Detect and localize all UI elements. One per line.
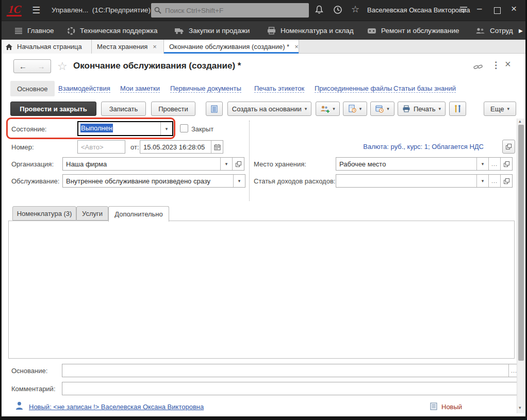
organization-open-button[interactable]	[232, 158, 244, 170]
scrollbar-thumb[interactable]	[518, 125, 524, 361]
service-combobox[interactable]: Внутреннее обслуживание произведено сраз…	[62, 174, 245, 188]
open-in-form-icon	[504, 161, 509, 167]
nav-link-interactions[interactable]: Взаимодействия	[58, 85, 110, 93]
expense-item-open-button[interactable]	[500, 175, 512, 187]
create-based-on-button[interactable]: Создать на основании▾	[227, 102, 311, 116]
assign-performer-button[interactable]: ▾	[316, 102, 340, 116]
calendar-icon[interactable]	[211, 141, 223, 153]
dropdown-arrow-icon[interactable]: ▾	[476, 158, 488, 170]
app-title-suffix: (1С:Предприятие)	[92, 6, 151, 14]
menu-overflow-arrow-icon[interactable]: ▶	[519, 28, 523, 33]
dropdown-arrow-icon[interactable]: ▾	[476, 175, 488, 187]
date-input[interactable]: 15.05.2023 16:28:05	[140, 140, 223, 154]
dropdown-arrow-icon[interactable]: ▾	[233, 175, 245, 187]
storage-open-button[interactable]	[500, 158, 512, 170]
dropdown-arrow-icon[interactable]: ▾	[160, 122, 172, 135]
history-icon[interactable]	[333, 5, 343, 15]
print-button[interactable]: Печать ▾	[398, 102, 446, 116]
menu-item-label: Номенклатура и склад	[281, 27, 354, 35]
nav-link-my-notes[interactable]: Мои заметки	[120, 85, 160, 93]
maximize-button[interactable]	[494, 7, 501, 14]
closed-label: Закрыт	[191, 125, 213, 133]
organization-value[interactable]: Наша фирма	[63, 158, 220, 170]
tab-additional[interactable]: Дополнительно	[108, 206, 169, 222]
menu-item-repair-service[interactable]: Ремонт и обслуживание	[367, 21, 459, 40]
people-icon	[475, 27, 485, 35]
form-close-icon[interactable]: ×	[505, 58, 511, 70]
nav-link-primary-documents[interactable]: Первичные документы	[170, 85, 241, 93]
dropdown-arrow-icon[interactable]: ▾	[220, 158, 232, 170]
document-status-link[interactable]: Новый: <не записан !> Васелевская Оксана…	[29, 403, 204, 411]
connection-quality-icon[interactable]	[459, 6, 468, 14]
scroll-down-icon[interactable]: ▾	[519, 405, 521, 410]
menu-item-tech-support[interactable]: Техническая поддержка	[67, 21, 158, 40]
open-in-form-icon	[506, 144, 512, 149]
storage-value[interactable]: Рабочее место	[336, 158, 476, 170]
dropdown-arrow-icon: ▾	[305, 106, 307, 111]
tab-service-completion[interactable]: Окончание обслуживания (создание) * ×	[164, 40, 299, 54]
tab-home[interactable]: Начальная страница	[0, 40, 92, 54]
service-value[interactable]: Внутреннее обслуживание произведено сраз…	[63, 175, 233, 187]
storage-choose-button[interactable]: ...	[488, 158, 500, 170]
scheduled-task-button[interactable]: ▾	[370, 102, 394, 116]
state-value-selected[interactable]: Выполнен	[80, 124, 113, 132]
notifications-bell-icon[interactable]	[314, 5, 324, 15]
global-search[interactable]	[151, 3, 309, 18]
state-combobox[interactable]: Выполнен ▾	[77, 121, 173, 136]
organization-combobox[interactable]: Наша фирма ▾	[62, 157, 244, 171]
show-movements-button[interactable]	[206, 102, 223, 116]
dropdown-arrow-icon: ▾	[387, 106, 389, 111]
menu-item-purchases-sales[interactable]: Закупки и продажи	[174, 21, 250, 40]
main-menu-icon[interactable]: ☰	[32, 5, 40, 16]
nav-link-attached-files[interactable]: Присоединенные файлы	[315, 85, 392, 93]
change-form-settings-button[interactable]	[449, 102, 466, 116]
tab-close-icon[interactable]: ×	[153, 43, 157, 51]
search-input[interactable]	[164, 6, 306, 15]
currency-settings-link[interactable]: Валюта: руб., курс: 1; Облагается НДС	[309, 143, 484, 150]
menu-item-employees[interactable]: Сотруд	[475, 21, 513, 40]
post-button[interactable]: Провести	[151, 102, 195, 116]
write-button[interactable]: Записать	[101, 102, 146, 116]
comment-value[interactable]	[62, 382, 519, 395]
basis-label: Основание:	[11, 367, 47, 375]
nav-back-button[interactable]: ←	[13, 59, 32, 73]
current-user[interactable]: Васелевская Оксана Викторовна	[367, 6, 470, 14]
post-and-close-button[interactable]: Провести и закрыть	[10, 102, 96, 116]
dropdown-arrow-icon: ▾	[333, 106, 335, 111]
nav-link-label-printing[interactable]: Печать этикеток	[254, 85, 304, 93]
minimize-button[interactable]: –	[477, 3, 482, 14]
favorites-star-icon[interactable]: ☆	[351, 4, 359, 15]
tab-storage-places[interactable]: Места хранения ×	[92, 40, 164, 54]
storage-combobox[interactable]: Рабочее место ▾ ...	[336, 157, 513, 171]
menu-item-nomenclature-warehouse[interactable]: Номенклатура и склад	[267, 21, 354, 40]
basis-value[interactable]	[62, 364, 508, 377]
scroll-up-icon[interactable]: ▴	[519, 119, 521, 124]
date-value[interactable]: 15.05.2023 16:28:05	[140, 141, 211, 153]
number-input[interactable]: <Авто>	[77, 140, 125, 154]
window-close-button[interactable]: ×	[511, 3, 517, 14]
app-window: 1С ☰ Управлен... (1С:Предприятие) ☆ Васе…	[0, 0, 527, 420]
button-label: Записать	[109, 105, 138, 113]
nav-link-knowledge-base[interactable]: Статьи базы знаний	[393, 85, 456, 93]
currency-open-button[interactable]	[502, 140, 515, 154]
favorite-star-icon[interactable]: ☆	[57, 60, 68, 73]
menu-item-main[interactable]: Главное	[14, 21, 54, 40]
more-button[interactable]: Еще▾	[484, 102, 516, 116]
more-actions-kebab-icon[interactable]: ⋮	[491, 60, 500, 71]
expense-item-combobox[interactable]: ▾ ...	[336, 174, 513, 188]
basis-input[interactable]: ...	[62, 364, 520, 377]
author-user-icon	[15, 401, 23, 410]
expense-item-choose-button[interactable]: ...	[488, 175, 500, 187]
expense-item-value[interactable]	[336, 175, 476, 187]
tab-nomenclature[interactable]: Номенклатура (3)	[12, 206, 76, 221]
tab-close-icon[interactable]: ×	[294, 43, 299, 51]
date-label: от:	[130, 143, 139, 151]
closed-checkbox[interactable]	[180, 124, 188, 132]
get-link-icon[interactable]	[473, 63, 483, 71]
app-title-text: Управлен...	[52, 6, 88, 14]
create-reminder-button[interactable]: ▾	[343, 102, 367, 116]
nav-tab-main[interactable]: Основное	[10, 81, 55, 96]
comment-input[interactable]	[62, 382, 520, 395]
nav-forward-button[interactable]: →	[32, 59, 51, 73]
tab-services[interactable]: Услуги	[76, 206, 108, 221]
